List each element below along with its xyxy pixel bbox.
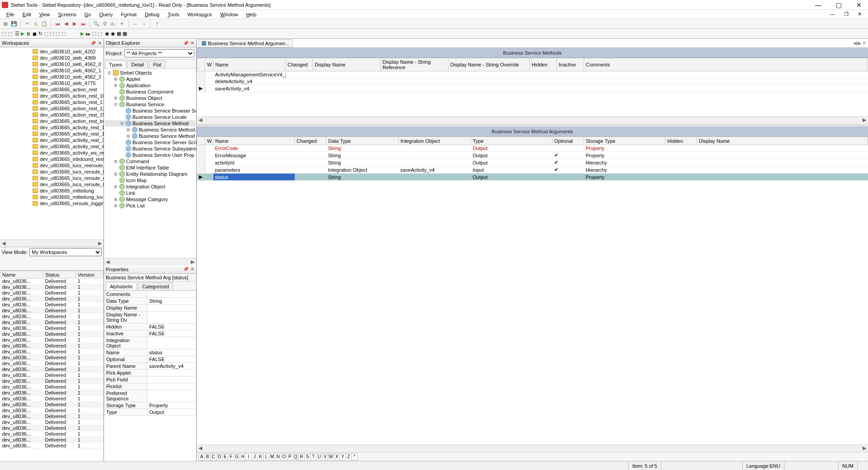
tab-close-icon[interactable]: ✕ (862, 40, 866, 46)
expand-icon[interactable]: ⊞ (113, 172, 118, 176)
list-item[interactable]: dev_u8036...Delivered1 (0, 437, 104, 443)
scroll-left-icon[interactable]: ◀ (0, 240, 7, 246)
column-header[interactable]: Display Name - String Reference (381, 58, 448, 71)
tree-node[interactable]: ⊟Business Service Method (105, 120, 195, 127)
list-item[interactable]: dev_u8036...Delivered1 (0, 402, 104, 408)
workspace-item[interactable]: dev_u803610_sieb_4202 (0, 48, 104, 55)
workspace-item[interactable]: dev_u803665_activity_ws_rest_1 (0, 150, 104, 156)
tb-icon[interactable]: ▦ (2, 20, 9, 28)
tree-node[interactable]: Business Service User Prop (105, 152, 195, 158)
workspace-item[interactable]: dev_u803610_sieb_4562_0 (0, 61, 104, 67)
list-item[interactable]: dev_u8036...Delivered1 (0, 325, 104, 331)
workspace-item[interactable]: dev_u803610_sieb_4389 (0, 55, 104, 61)
tb2-icon[interactable]: ⬚ (8, 31, 12, 37)
alpha-filter-M[interactable]: M (269, 453, 275, 461)
property-row[interactable]: Integration Object (104, 337, 196, 349)
tree-node[interactable]: ⊞Command (105, 158, 195, 164)
tree-node[interactable]: ⊞Business Service Method (105, 133, 195, 139)
alpha-filter-G[interactable]: G (234, 453, 240, 461)
tb-icon3[interactable]: ▾ (118, 20, 126, 28)
alpha-filter-D[interactable]: D (216, 453, 222, 461)
list-item[interactable]: dev_u8036...Delivered1 (0, 314, 104, 320)
expand-icon[interactable]: ⊞ (113, 203, 118, 208)
tb2-icon[interactable]: ◉ (111, 31, 115, 37)
menu-debug[interactable]: Debug (141, 11, 163, 18)
expand-icon[interactable]: ⊟ (113, 102, 118, 107)
viewmode-select[interactable]: My Workspaces (29, 248, 102, 256)
tb2-icon[interactable]: ▦ (123, 31, 127, 37)
table-row[interactable]: deleteActivity_v4 (197, 78, 868, 85)
workspace-item[interactable]: dev_u803665_activity_rest_12 (0, 124, 104, 131)
maximize-button[interactable]: ▢ (831, 1, 846, 9)
column-header[interactable]: Display Name (697, 137, 868, 145)
alpha-filter-U[interactable]: U (316, 453, 322, 461)
tb2-run-icon[interactable]: ☰ (15, 31, 19, 37)
tab-types[interactable]: Types (105, 61, 126, 68)
list-item[interactable]: dev_u8036...Delivered1 (0, 378, 104, 384)
tb-fwd-icon[interactable]: → (140, 20, 147, 28)
workspace-item[interactable]: dev_u803665_lucs_reroute_debug (0, 175, 104, 181)
column-header[interactable]: Comments (584, 58, 868, 71)
property-row[interactable]: Display Name - String Ov (104, 311, 196, 323)
tb-nav-prev-icon[interactable]: ◀ (62, 20, 70, 28)
list-item[interactable]: dev_u8036...Delivered1 (0, 390, 104, 396)
list-item[interactable]: dev_u8036...Delivered1 (0, 343, 104, 349)
tb-save-icon[interactable]: 💾 (10, 20, 18, 28)
workspace-item[interactable]: dev_u803665_action_rest_13 (0, 105, 104, 112)
list-item[interactable]: dev_u8036...Delivered1 (0, 290, 104, 296)
menu-go[interactable]: Go (81, 11, 95, 18)
workspace-item[interactable]: dev_u803665_inbdound_rest_bs_ (0, 156, 104, 162)
tree-node[interactable]: EIM Interface Table (105, 164, 195, 171)
alpha-filter-H[interactable]: H (240, 453, 246, 461)
menu-view[interactable]: View (36, 11, 54, 18)
list-item[interactable]: dev_u8036...Delivered1 (0, 408, 104, 414)
tree-node[interactable]: ⊞Application (105, 82, 195, 89)
workspaces-tree[interactable]: dev_u803610_sieb_4202dev_u803610_sieb_43… (0, 47, 104, 240)
tb2-icon[interactable]: ▦ (117, 31, 121, 37)
workspace-item[interactable]: dev_u803665_activity_rest_14 (0, 131, 104, 137)
tb2-icon[interactable]: ↻ (38, 31, 42, 37)
tree-node[interactable]: ⊞Entity Relationship Diagram (105, 171, 195, 177)
menu-file[interactable]: File (3, 11, 18, 18)
tree-node[interactable]: Business Service Browser Scri (105, 108, 195, 114)
workspace-item[interactable]: dev_u803665_activity_rest_3 (0, 137, 104, 143)
tb2-step-icon[interactable]: ⏭ (85, 31, 90, 37)
alpha-filter-L[interactable]: L (263, 453, 269, 461)
list-item[interactable]: dev_u8036...Delivered1 (0, 320, 104, 325)
list-item[interactable]: dev_u8036...Delivered1 (0, 384, 104, 390)
scroll-left-icon[interactable]: ◀ (197, 117, 204, 124)
tb2-icon[interactable]: ◉ (105, 31, 109, 37)
alpha-filter-O[interactable]: O (281, 453, 287, 461)
tree-node[interactable]: Business Service Locale (105, 114, 195, 120)
tb2-play-icon[interactable]: ▶ (21, 31, 24, 37)
scroll-right-icon[interactable]: ▶ (189, 259, 196, 265)
property-row[interactable]: HiddenFALSE (104, 323, 196, 330)
minimize-button[interactable]: — (811, 1, 826, 9)
workspace-item[interactable]: dev_u803665_action_rest_15 (0, 112, 104, 118)
tb-copy-icon[interactable]: ⎘ (32, 20, 39, 28)
panel-close-icon[interactable]: ✕ (190, 266, 194, 272)
tb-paste-icon[interactable]: 📋 (41, 20, 48, 28)
tree-node[interactable]: ⊟Siebel Objects (105, 70, 195, 76)
property-row[interactable]: Preferred Sequence (104, 390, 196, 402)
tab-alphabetic[interactable]: Alphabetic (106, 282, 137, 290)
workspace-item[interactable]: dev_u803665_reroute_logging_fix (0, 200, 104, 207)
alpha-filter-P[interactable]: P (287, 453, 293, 461)
property-row[interactable]: Parent NamesaveActivity_v4 (104, 362, 196, 369)
list-item[interactable]: dev_u8036...Delivered1 (0, 443, 104, 449)
methods-grid[interactable]: WNameChangedDisplay NameDisplay Name - S… (197, 58, 868, 117)
tree-node[interactable]: ⊞Pick List (105, 202, 195, 209)
arguments-grid[interactable]: WNameChangedData TypeIntegration ObjectT… (197, 136, 868, 445)
project-select[interactable]: ** All Projects ** (124, 49, 194, 57)
scroll-right-icon[interactable]: ▶ (861, 445, 868, 452)
menu-format[interactable]: Format (117, 11, 140, 18)
tab-detail[interactable]: Detail (127, 61, 148, 68)
menu-tools[interactable]: Tools (164, 11, 183, 18)
column-header[interactable]: Hidden (530, 58, 557, 71)
property-row[interactable]: TypeOutput (104, 409, 196, 415)
menu-screens[interactable]: Screens (54, 11, 80, 18)
expand-icon[interactable]: ⊞ (113, 159, 118, 164)
tree-node[interactable]: ⊞Applet (105, 76, 195, 82)
tab-flat[interactable]: Flat (149, 61, 165, 68)
alpha-filter-I[interactable]: I (245, 453, 252, 461)
